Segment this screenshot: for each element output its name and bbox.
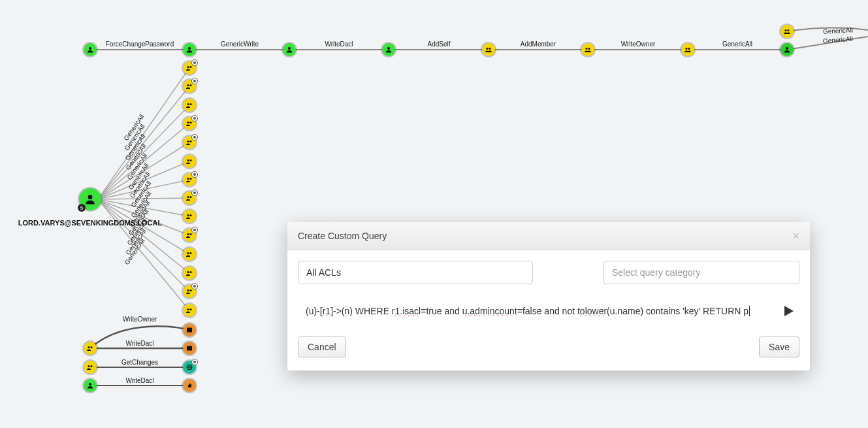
svg-line-7: [98, 68, 189, 199]
run-query-button[interactable]: [777, 300, 799, 322]
svg-point-70: [89, 383, 91, 386]
group-node[interactable]: [84, 361, 97, 374]
group-node[interactable]: [183, 191, 196, 205]
svg-point-34: [786, 47, 788, 50]
ou-node[interactable]: [183, 379, 196, 392]
svg-line-19: [98, 199, 189, 291]
user-node[interactable]: [382, 43, 395, 56]
svg-point-30: [586, 48, 588, 50]
svg-rect-72: [187, 346, 192, 351]
svg-point-62: [187, 289, 189, 291]
query-name-input[interactable]: [298, 261, 533, 284]
svg-line-16: [98, 199, 189, 235]
svg-point-29: [489, 48, 491, 50]
group-node[interactable]: [183, 136, 196, 149]
group-node[interactable]: [681, 43, 694, 56]
svg-line-11: [98, 142, 189, 199]
svg-point-27: [387, 47, 390, 50]
group-node[interactable]: [183, 117, 196, 130]
create-custom-query-dialog: Create Custom Query × Select query categ…: [287, 222, 810, 370]
user-node[interactable]: [84, 379, 97, 392]
group-node[interactable]: [84, 342, 97, 355]
group-node[interactable]: [183, 304, 196, 317]
svg-point-36: [788, 29, 790, 31]
svg-point-47: [190, 140, 192, 142]
close-button[interactable]: ×: [792, 230, 799, 242]
svg-point-69: [91, 365, 93, 367]
svg-point-52: [187, 196, 189, 198]
svg-point-56: [187, 233, 189, 235]
svg-line-9: [98, 105, 189, 199]
group-node[interactable]: [183, 229, 196, 242]
svg-line-18: [98, 199, 189, 273]
group-node[interactable]: [482, 43, 495, 56]
group-node[interactable]: [780, 25, 794, 38]
svg-point-42: [187, 103, 189, 105]
svg-point-31: [588, 48, 590, 50]
svg-point-68: [88, 365, 90, 367]
svg-line-10: [98, 123, 189, 199]
svg-point-48: [187, 159, 189, 161]
svg-point-60: [187, 271, 189, 273]
group-node[interactable]: [581, 43, 594, 56]
query-text-input[interactable]: (u)-[r1]->(n) WHERE r1.isacl=true and u.…: [298, 306, 767, 316]
group-node[interactable]: [183, 80, 196, 93]
user-node[interactable]: [183, 43, 196, 56]
svg-point-50: [187, 178, 189, 180]
ou-node[interactable]: [183, 323, 196, 337]
dialog-title: Create Custom Query: [298, 231, 387, 241]
svg-point-24: [89, 47, 91, 50]
save-button[interactable]: Save: [759, 337, 799, 357]
node-label: LORD.VARYS@SEVENKINGDOMS.LOCAL: [18, 219, 162, 227]
svg-point-43: [190, 103, 192, 105]
user-node[interactable]: [283, 43, 296, 56]
count-badge: 5: [78, 204, 86, 212]
svg-point-28: [487, 48, 489, 50]
svg-point-64: [187, 308, 189, 310]
svg-rect-71: [187, 328, 192, 333]
svg-point-59: [190, 252, 192, 254]
svg-line-14: [98, 198, 189, 199]
group-node[interactable]: [183, 210, 196, 223]
svg-point-32: [686, 48, 688, 50]
svg-point-39: [190, 66, 192, 68]
svg-point-35: [785, 29, 787, 31]
svg-point-63: [190, 289, 192, 291]
user-node-main[interactable]: 5: [79, 188, 101, 210]
svg-point-25: [188, 47, 191, 50]
svg-point-44: [187, 122, 189, 123]
user-node[interactable]: [84, 43, 97, 56]
dialog-header: Create Custom Query ×: [287, 222, 810, 250]
svg-point-67: [91, 346, 93, 348]
svg-point-33: [688, 48, 690, 50]
svg-point-58: [187, 252, 189, 254]
svg-point-51: [190, 178, 192, 180]
group-node[interactable]: [183, 267, 196, 280]
group-node[interactable]: [183, 248, 196, 261]
query-category-select[interactable]: Select query category: [603, 261, 799, 284]
svg-line-20: [98, 199, 189, 310]
svg-point-26: [288, 47, 291, 50]
svg-point-40: [187, 84, 189, 86]
svg-point-45: [190, 122, 192, 123]
domain-node[interactable]: [183, 361, 196, 374]
svg-point-61: [190, 271, 192, 273]
svg-point-38: [187, 66, 189, 68]
svg-point-57: [190, 233, 192, 235]
svg-point-66: [88, 346, 90, 348]
svg-point-37: [88, 195, 93, 199]
svg-point-65: [190, 308, 192, 310]
group-node[interactable]: [183, 61, 196, 74]
user-node[interactable]: [780, 43, 794, 56]
svg-point-54: [187, 214, 189, 216]
group-node[interactable]: [183, 285, 196, 298]
ou-node[interactable]: [183, 342, 196, 355]
group-node[interactable]: [183, 155, 196, 168]
svg-point-41: [190, 84, 192, 86]
svg-point-55: [190, 214, 192, 216]
group-node[interactable]: [183, 99, 196, 112]
svg-point-53: [190, 196, 192, 198]
group-node[interactable]: [183, 173, 196, 186]
svg-point-49: [190, 159, 192, 161]
cancel-button[interactable]: Cancel: [298, 337, 346, 357]
